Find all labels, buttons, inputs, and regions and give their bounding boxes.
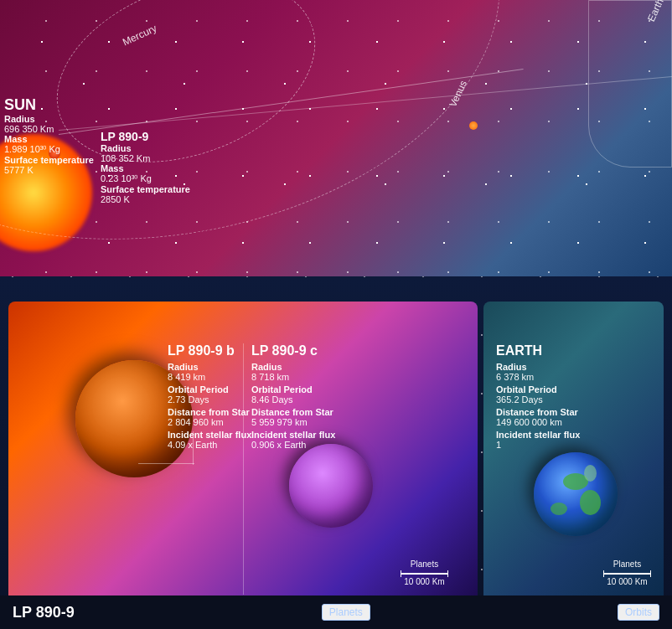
bottom-section: Zoom: 10X LP 890-9 b Radius 8 419 km Orb… bbox=[0, 276, 672, 629]
earth-radius-value: 6 378 km bbox=[496, 372, 580, 382]
earth-land-3 bbox=[551, 503, 567, 515]
earth-title: EARTH bbox=[496, 343, 580, 358]
info-card-c: LP 890-9 c Radius 8 718 km Orbital Perio… bbox=[251, 343, 335, 450]
earth-radius-label: Radius bbox=[496, 362, 580, 372]
lp890-info-top-box: LP 890-9 Radius 108 352 Km Mass 0.23 10³… bbox=[101, 130, 190, 204]
planet-c-distance-value: 5 959 979 km bbox=[251, 417, 335, 427]
lp890-top-temp-label: Surface temperature bbox=[101, 184, 190, 194]
planet-b-flux-label: Incident stellar flux bbox=[168, 430, 251, 440]
info-card-earth: EARTH Radius 6 378 km Orbital Period 365… bbox=[496, 343, 580, 450]
planet-c-radius-label: Radius bbox=[251, 362, 335, 372]
planet-c-radius-value: 8 718 km bbox=[251, 372, 335, 382]
planet-c-orbital-label: Orbital Period bbox=[251, 384, 335, 394]
scale-line-container-left bbox=[401, 570, 448, 577]
zoom-panel-left: LP 890-9 b Radius 8 419 km Orbital Perio… bbox=[8, 302, 478, 603]
zoom-panel-right: EARTH Radius 6 378 km Orbital Period 365… bbox=[483, 302, 664, 603]
planet-earth bbox=[534, 452, 618, 536]
sun-info-box: SUN Radius 696 350 Km Mass 1.989 10³⁰ Kg… bbox=[4, 96, 94, 175]
venus-dot bbox=[469, 121, 478, 130]
lp890-top-radius-value: 108 352 Km bbox=[101, 153, 190, 163]
sun-radius-value: 696 350 Km bbox=[4, 124, 94, 134]
planet-c-distance-label: Distance from Star bbox=[251, 407, 335, 417]
scale-value-left: 10 000 Km bbox=[401, 577, 448, 586]
earth-land-2 bbox=[580, 490, 601, 515]
sun-title: SUN bbox=[4, 96, 94, 114]
planet-c-flux-label: Incident stellar flux bbox=[251, 430, 335, 440]
earth-flux-value: 1 bbox=[496, 440, 580, 450]
scale-tick-right bbox=[447, 570, 448, 577]
scale-fill-left bbox=[401, 573, 447, 575]
lp890-top-mass-value: 0.23 10³⁰ Kg bbox=[101, 173, 190, 184]
planet-b-orbital-value: 2.73 Days bbox=[168, 394, 251, 405]
planet-b-radius-value: 8 419 km bbox=[168, 372, 251, 382]
sun-radius-label: Radius bbox=[4, 114, 94, 124]
orbits-button[interactable]: Orbits bbox=[618, 604, 659, 621]
scale-tick-r2 bbox=[650, 570, 651, 577]
bottom-bar: LP 890-9 Planets Orbits bbox=[0, 595, 672, 629]
planet-c-flux-value: 0.906 x Earth bbox=[251, 440, 335, 450]
planet-b-title: LP 890-9 b bbox=[168, 343, 251, 358]
earth-orbital-label: Orbital Period bbox=[496, 384, 580, 394]
scale-value-right: 10 000 Km bbox=[603, 577, 651, 586]
sun-temp-value: 5777 K bbox=[4, 165, 94, 175]
planet-b-distance-label: Distance from Star bbox=[168, 407, 251, 417]
scale-bar-right: Planets 10 000 Km bbox=[603, 559, 651, 586]
earth-orbital-value: 365.2 Days bbox=[496, 394, 580, 405]
earth-distance-value: 149 600 000 km bbox=[496, 417, 580, 427]
planet-b-distance-value: 2 804 960 km bbox=[168, 417, 251, 427]
panel-divider bbox=[243, 343, 244, 595]
scale-line-container-right bbox=[603, 570, 651, 577]
bottom-bar-title: LP 890-9 bbox=[13, 604, 75, 621]
planet-lp890-c bbox=[289, 444, 373, 528]
sun-mass-value: 1.989 10³⁰ Kg bbox=[4, 144, 94, 155]
earth-orbit-line bbox=[588, 0, 672, 168]
info-card-b: LP 890-9 b Radius 8 419 km Orbital Perio… bbox=[168, 343, 251, 450]
scale-label-left: Planets bbox=[401, 559, 448, 569]
arrow-horizontal bbox=[138, 463, 194, 464]
lp890-top-mass-label: Mass bbox=[101, 163, 190, 173]
sun-temp-label: Surface temperature bbox=[4, 155, 94, 165]
lp890-top-temp-value: 2850 K bbox=[101, 194, 190, 204]
planet-c-title: LP 890-9 c bbox=[251, 343, 335, 358]
planet-b-radius-label: Radius bbox=[168, 362, 251, 372]
scale-fill-right bbox=[604, 573, 650, 575]
planets-button[interactable]: Planets bbox=[322, 604, 370, 621]
sun-mass-label: Mass bbox=[4, 134, 94, 144]
earth-land-4 bbox=[584, 465, 597, 482]
planet-b-flux-value: 4.09 x Earth bbox=[168, 440, 251, 450]
lp890-top-radius-label: Radius bbox=[101, 143, 190, 153]
planet-b-orbital-label: Orbital Period bbox=[168, 384, 251, 394]
earth-flux-label: Incident stellar flux bbox=[496, 430, 580, 440]
earth-distance-label: Distance from Star bbox=[496, 407, 580, 417]
planet-c-orbital-value: 8.46 Days bbox=[251, 394, 335, 405]
top-section: Mercury Venus Earth SUN Radius 696 350 K… bbox=[0, 0, 672, 276]
scale-label-right: Planets bbox=[603, 559, 651, 569]
scale-bar-left: Planets 10 000 Km bbox=[401, 559, 448, 586]
lp890-top-title: LP 890-9 bbox=[101, 130, 190, 143]
